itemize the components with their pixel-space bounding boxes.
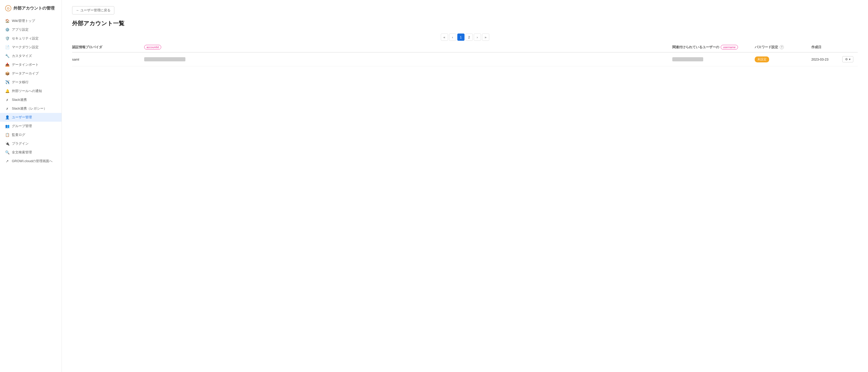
sidebar-item-user-management[interactable]: 👤 ユーザー管理 [0,113,62,122]
app-logo-icon: G [5,5,11,11]
archive-icon: 📦 [5,71,9,76]
account-id-badge: accountId [144,45,161,50]
th-actions [842,45,858,50]
slack-icon: ✗ [5,98,9,102]
username-badge: username [721,45,738,50]
back-button[interactable]: ← ユーザー管理に戻る [72,6,114,15]
slack-legacy-icon: ✗ [5,107,9,111]
sidebar-item-label: Wiki管理トップ [12,19,35,23]
sidebar-item-audit-log[interactable]: 📋 監査ログ [0,131,62,139]
account-id-masked [144,57,185,61]
sidebar-item-data-archive[interactable]: 📦 データアーカイブ [0,69,62,78]
sidebar-item-customize[interactable]: 🔧 カスタマイズ [0,52,62,60]
import-icon: 📥 [5,63,9,67]
pagination-last-button[interactable]: » [482,33,489,41]
th-account-id: accountId [144,45,672,50]
wrench-icon: 🔧 [5,54,9,58]
pagination-page1-button[interactable]: 1 [457,33,465,41]
gear-action-icon: ⚙ [845,57,848,61]
gear-icon: ⚙️ [5,28,9,32]
sidebar-item-label: 外部ツールへの通知 [12,89,42,93]
external-link-icon: ↗ [5,159,9,163]
shield-icon: 🛡️ [5,36,9,40]
app-title: 外部アカウントの管理 [13,6,55,11]
sidebar-item-label: Slack連携（レガシー） [12,106,47,111]
sidebar-item-slack-legacy[interactable]: ✗ Slack連携（レガシー） [0,104,62,113]
sidebar-item-label: 監査ログ [12,133,25,137]
sidebar-item-label: GROWI.cloudの管理画面へ [12,159,53,164]
sidebar-item-label: アプリ設定 [12,27,29,32]
sidebar-item-fulltext-search[interactable]: 🔍 全文検索管理 [0,148,62,157]
row-action-button[interactable]: ⚙ ▾ [842,56,853,62]
plugin-icon: 🔌 [5,142,9,146]
sidebar-header: G 外部アカウントの管理 [0,5,62,17]
pagination-first-button[interactable]: « [441,33,448,41]
sidebar-nav: 🏠 Wiki管理トップ ⚙️ アプリ設定 🛡️ セキュリティ設定 📄 マークダウ… [0,17,62,166]
td-username [672,57,755,61]
pagination-prev-button[interactable]: ‹ [449,33,456,41]
status-badge: 未設定 [755,56,769,62]
sidebar-item-data-import[interactable]: 📥 データインポート [0,60,62,69]
search-icon: 🔍 [5,150,9,154]
sidebar-item-app-settings[interactable]: ⚙️ アプリ設定 [0,25,62,34]
home-icon: 🏠 [5,19,9,23]
sidebar-item-data-migration[interactable]: ✈️ データ移行 [0,78,62,87]
sidebar-item-plugins[interactable]: 🔌 プラグイン [0,139,62,148]
sidebar: G 外部アカウントの管理 🏠 Wiki管理トップ ⚙️ アプリ設定 🛡️ セキュ… [0,0,62,372]
accounts-table: 認証情報プロバイダ accountId 関連付けられているユーザーの usern… [72,45,858,66]
migration-icon: ✈️ [5,80,9,84]
sidebar-item-label: グループ管理 [12,124,32,128]
sidebar-item-wiki-top[interactable]: 🏠 Wiki管理トップ [0,17,62,25]
table-header: 認証情報プロバイダ accountId 関連付けられているユーザーの usern… [72,45,858,53]
sidebar-item-label: プラグイン [12,141,29,146]
sidebar-item-label: データインポート [12,62,39,67]
log-icon: 📋 [5,133,9,137]
sidebar-item-label: データ移行 [12,80,29,85]
th-provider: 認証情報プロバイダ [72,45,144,50]
td-account-id [144,57,672,61]
sidebar-item-label: カスタマイズ [12,54,32,58]
pagination: « ‹ 1 2 › » [72,33,858,41]
document-icon: 📄 [5,45,9,49]
pagination-page2-button[interactable]: 2 [466,33,473,41]
sidebar-item-group-management[interactable]: 👥 グループ管理 [0,122,62,131]
sidebar-item-markdown-settings[interactable]: 📄 マークダウン設定 [0,43,62,52]
table-row: saml 未設定 2023-03-23 ⚙ ▾ [72,53,858,66]
help-icon[interactable]: ? [780,45,784,49]
sidebar-item-label: データアーカイブ [12,71,39,76]
sidebar-item-security-settings[interactable]: 🛡️ セキュリティ設定 [0,34,62,43]
sidebar-item-label: 全文検索管理 [12,150,32,155]
td-provider: saml [72,57,144,61]
td-password-status: 未設定 [755,56,811,62]
th-created-date: 作成日 [811,45,842,50]
main-content: ← ユーザー管理に戻る 外部アカウント一覧 « ‹ 1 2 › » 認証情報プロ… [62,0,868,372]
dropdown-arrow-icon: ▾ [849,57,850,61]
th-associated-user: 関連付けられているユーザーの username [672,45,755,50]
user-icon: 👤 [5,115,9,119]
page-title: 外部アカウント一覧 [72,20,858,27]
sidebar-item-label: セキュリティ設定 [12,36,39,41]
td-created-date: 2023-03-23 [811,57,842,61]
sidebar-item-label: ユーザー管理 [12,115,32,120]
sidebar-item-external-notification[interactable]: 🔔 外部ツールへの通知 [0,87,62,95]
sidebar-item-label: Slack連携 [12,97,27,102]
sidebar-item-label: マークダウン設定 [12,45,39,50]
pagination-next-button[interactable]: › [474,33,481,41]
username-masked [672,57,703,61]
bell-icon: 🔔 [5,89,9,93]
users-icon: 👥 [5,124,9,128]
svg-text:G: G [7,6,9,10]
sidebar-item-growi-cloud[interactable]: ↗ GROWI.cloudの管理画面へ [0,157,62,166]
td-actions: ⚙ ▾ [842,56,858,62]
th-password-setting: パスワード設定 ? [755,45,811,50]
sidebar-item-slack-integration[interactable]: ✗ Slack連携 [0,95,62,104]
back-button-label: ← ユーザー管理に戻る [76,8,111,12]
